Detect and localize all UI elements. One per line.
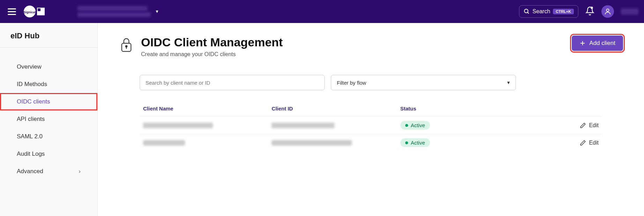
sidebar-item-id-methods[interactable]: ID Methods — [0, 76, 97, 93]
notifications-button[interactable] — [585, 6, 594, 17]
plus-icon — [579, 40, 586, 46]
add-client-button[interactable]: Add client — [572, 36, 623, 51]
page-subtitle: Create and manage your OIDC clients — [141, 51, 283, 57]
sidebar-item-oidc-clients[interactable]: OIDC clients — [0, 93, 97, 110]
col-client-id: Client ID — [272, 106, 400, 111]
table-row: Active Edit — [140, 134, 602, 151]
edit-button[interactable]: Edit — [529, 140, 599, 146]
svg-text:Signicat: Signicat — [24, 10, 36, 14]
table-head: Client Name Client ID Status — [140, 101, 602, 116]
status-badge: Active — [400, 138, 430, 147]
org-selector[interactable]: ▼ — [75, 5, 162, 18]
main-content: OIDC Client Management Create and manage… — [98, 23, 644, 216]
svg-point-6 — [591, 7, 592, 8]
sidebar-title: eID Hub — [0, 23, 97, 48]
username-redacted — [621, 8, 638, 15]
filter-flow-select[interactable]: Filter by flow ▾ — [331, 75, 516, 90]
client-id-redacted — [272, 140, 352, 146]
svg-point-4 — [524, 9, 528, 13]
col-status: Status — [400, 106, 529, 111]
sidebar-item-advanced[interactable]: Advanced › — [0, 163, 97, 180]
sidebar-item-api-clients[interactable]: API clients — [0, 110, 97, 128]
status-badge: Active — [400, 121, 430, 130]
search-shortcut: CTRL+K — [553, 9, 574, 14]
signicat-logo: Signicat — [24, 6, 69, 17]
topbar: Signicat ▼ Search CTRL+K — [0, 0, 644, 23]
col-client-name: Client Name — [143, 106, 272, 111]
topbar-right: Search CTRL+K — [519, 5, 638, 18]
table-row: Active Edit — [140, 116, 602, 134]
client-name-redacted — [143, 140, 185, 146]
sidebar-nav: Overview ID Methods OIDC clients API cli… — [0, 48, 97, 191]
topbar-left: Signicat ▼ — [6, 5, 162, 18]
edit-button[interactable]: Edit — [529, 122, 599, 129]
clients-table: Client Name Client ID Status Active — [119, 101, 623, 151]
pencil-icon — [580, 140, 586, 146]
page-header: OIDC Client Management Create and manage… — [119, 36, 623, 57]
svg-point-7 — [606, 9, 609, 11]
chevron-right-icon: › — [79, 168, 81, 175]
pencil-icon — [580, 122, 586, 129]
page-title: OIDC Client Management — [141, 36, 283, 49]
filters: Filter by flow ▾ — [119, 75, 623, 90]
sidebar-item-overview[interactable]: Overview — [0, 58, 97, 76]
client-name-redacted — [143, 123, 213, 128]
svg-line-5 — [527, 12, 529, 14]
user-avatar[interactable] — [601, 5, 614, 18]
svg-rect-3 — [38, 8, 40, 11]
search-button[interactable]: Search CTRL+K — [519, 5, 578, 18]
client-id-redacted — [272, 123, 334, 128]
menu-button[interactable] — [6, 5, 18, 18]
search-label: Search — [533, 8, 550, 15]
caret-down-icon: ▼ — [155, 9, 159, 14]
search-icon — [524, 8, 530, 15]
caret-down-icon: ▾ — [507, 79, 510, 86]
lock-icon — [119, 38, 134, 53]
sidebar-item-audit-logs[interactable]: Audit Logs — [0, 145, 97, 163]
org-name-redacted — [77, 6, 151, 17]
sidebar: eID Hub Overview ID Methods OIDC clients… — [0, 23, 98, 216]
sidebar-item-saml[interactable]: SAML 2.0 — [0, 128, 97, 145]
client-search-input[interactable] — [140, 75, 325, 90]
